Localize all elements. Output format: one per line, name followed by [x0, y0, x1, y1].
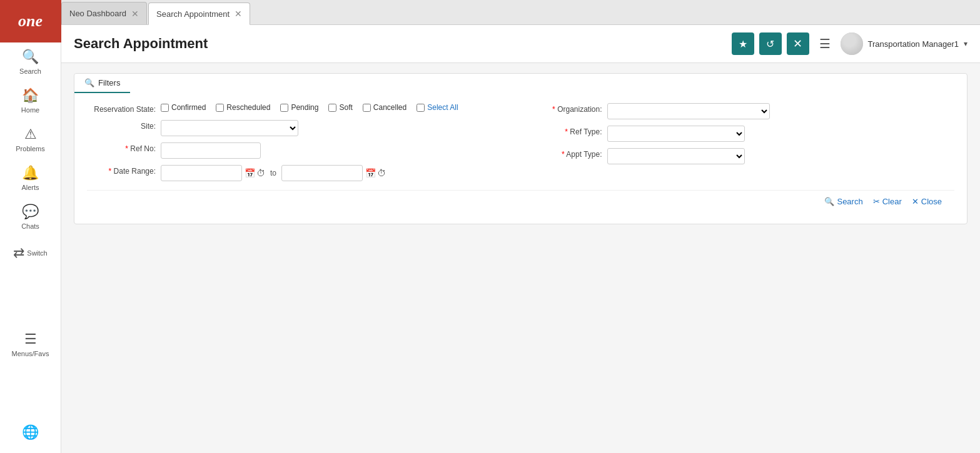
sidebar-item-globe[interactable]: 🌐 — [22, 418, 39, 447]
tab-neo-dashboard-close[interactable]: ✕ — [131, 9, 139, 18]
checkbox-soft[interactable]: Soft — [328, 103, 352, 112]
header-bar: Search Appointment ★ ↺ ✕ ☰ — [61, 25, 980, 63]
site-select[interactable] — [161, 120, 298, 136]
avatar — [841, 32, 863, 55]
sidebar-item-label-problems: Problems — [16, 145, 44, 152]
tab-search-appointment[interactable]: Search Appointment ✕ — [148, 2, 250, 25]
clock-icon-start[interactable]: ⏱ — [256, 168, 265, 178]
user-info[interactable]: Transportation Manager1 ▾ — [841, 32, 968, 55]
site-row: Site: — [87, 120, 508, 136]
clock-icon-end[interactable]: ⏱ — [377, 168, 386, 178]
hamburger-icon: ☰ — [819, 37, 831, 51]
checkbox-pending[interactable]: Pending — [280, 103, 318, 112]
checkbox-cancelled-input[interactable] — [363, 104, 371, 112]
close-icon: ✕ — [793, 37, 802, 51]
checkbox-pending-label: Pending — [291, 103, 318, 112]
reservation-state-label: Reservation State: — [87, 103, 156, 114]
checkbox-pending-input[interactable] — [280, 104, 288, 112]
search-action-button[interactable]: 🔍 Search — [824, 197, 862, 206]
organization-label: Organization: — [533, 103, 602, 114]
app-logo[interactable]: one — [0, 0, 61, 42]
reservation-state-field: Confirmed Rescheduled Pending — [161, 103, 508, 112]
checkbox-cancelled-label: Cancelled — [373, 103, 407, 112]
tab-bar: Neo Dashboard ✕ Search Appointment ✕ — [61, 0, 980, 25]
checkbox-confirmed-input[interactable] — [161, 104, 169, 112]
home-icon: 🏠 — [22, 87, 39, 104]
close-button[interactable]: ✕ — [787, 32, 809, 55]
star-button[interactable]: ★ — [732, 32, 754, 55]
filter-actions: 🔍 Search ✂ Clear ✕ Close — [87, 190, 954, 214]
ref-no-field — [161, 142, 508, 159]
user-name: Transportation Manager1 — [868, 39, 959, 49]
checkbox-rescheduled-label: Rescheduled — [226, 103, 270, 112]
close-action-icon: ✕ — [912, 197, 919, 206]
checkbox-select-all[interactable]: Select All — [417, 103, 458, 112]
ref-no-input[interactable] — [161, 142, 261, 159]
organization-field — [607, 103, 955, 119]
ref-type-select[interactable] — [607, 126, 745, 142]
date-icons-end: 📅 ⏱ — [365, 168, 386, 178]
organization-select[interactable] — [607, 103, 770, 119]
sidebar-item-search[interactable]: 🔍 Search — [0, 42, 61, 81]
sidebar-item-label-alerts: Alerts — [21, 184, 39, 191]
ref-no-label: Ref No: — [87, 142, 156, 153]
close-action-button[interactable]: ✕ Close — [912, 197, 942, 206]
sidebar-item-alerts[interactable]: 🔔 Alerts — [0, 159, 61, 197]
sidebar-item-problems[interactable]: ⚠ Problems — [0, 120, 61, 159]
checkbox-rescheduled-input[interactable] — [216, 104, 224, 112]
search-action-label: Search — [837, 197, 862, 206]
checkbox-confirmed[interactable]: Confirmed — [161, 103, 206, 112]
close-action-label: Close — [921, 197, 942, 206]
checkbox-soft-label: Soft — [339, 103, 352, 112]
appt-type-select[interactable] — [607, 148, 745, 164]
date-to-separator: to — [270, 169, 276, 177]
sidebar-item-label-menus: Menus/Favs — [12, 350, 49, 357]
checkbox-soft-input[interactable] — [328, 104, 336, 112]
header-actions: ★ ↺ ✕ ☰ Transportation Manager1 ▾ — [732, 32, 968, 55]
chats-icon: 💬 — [22, 204, 39, 220]
select-all-link[interactable]: Select All — [427, 103, 458, 112]
organization-row: Organization: — [533, 103, 955, 119]
checkbox-rescheduled[interactable]: Rescheduled — [216, 103, 270, 112]
clear-action-button[interactable]: ✂ Clear — [873, 197, 902, 206]
sidebar-item-label-home: Home — [21, 106, 39, 114]
appt-type-label: Appt Type: — [533, 148, 602, 159]
filters-body: Reservation State: Confirmed — [74, 93, 967, 224]
calendar-icon-start[interactable]: 📅 — [245, 168, 255, 178]
filters-tab[interactable]: 🔍 Filters — [74, 74, 130, 93]
filters-panel: 🔍 Filters Reservation State: — [74, 73, 967, 224]
sidebar-item-label-search: Search — [19, 67, 41, 75]
logo-text: one — [18, 12, 43, 31]
content-area: Search Appointment ★ ↺ ✕ ☰ — [61, 25, 980, 453]
refresh-button[interactable]: ↺ — [759, 32, 782, 55]
appt-type-field — [607, 148, 955, 164]
sidebar-item-chats[interactable]: 💬 Chats — [0, 197, 61, 236]
chevron-down-icon: ▾ — [964, 39, 967, 48]
sidebar-item-switch[interactable]: ⇄ Switch — [0, 236, 61, 270]
date-range-start[interactable] — [161, 165, 242, 181]
sidebar-item-home[interactable]: 🏠 Home — [0, 81, 61, 120]
date-range-label: Date Range: — [87, 165, 156, 176]
tab-search-appointment-close[interactable]: ✕ — [235, 9, 242, 18]
date-range-end[interactable] — [281, 165, 363, 181]
appt-type-row: Appt Type: — [533, 148, 955, 164]
clear-action-icon: ✂ — [873, 197, 880, 206]
calendar-icon-end[interactable]: 📅 — [365, 168, 376, 178]
menu-button[interactable]: ☰ — [814, 34, 836, 54]
sidebar-item-menus-favs[interactable]: ☰ Menus/Favs — [0, 325, 61, 364]
ref-type-row: Ref Type: — [533, 126, 955, 142]
search-action-icon: 🔍 — [824, 197, 834, 206]
sidebar-bottom: 🌐 — [22, 418, 39, 453]
ref-no-row: Ref No: — [87, 142, 508, 159]
filters-tab-label: Filters — [98, 78, 120, 87]
checkbox-group: Confirmed Rescheduled Pending — [161, 103, 508, 112]
sidebar-item-label-switch: Switch — [27, 249, 47, 257]
checkbox-select-all-input[interactable] — [417, 104, 425, 112]
star-icon: ★ — [739, 38, 747, 50]
filter-icon: 🔍 — [84, 78, 94, 87]
avatar-image — [841, 32, 863, 55]
tab-search-appointment-label: Search Appointment — [156, 9, 230, 19]
ref-type-field — [607, 126, 955, 142]
checkbox-cancelled[interactable]: Cancelled — [363, 103, 407, 112]
tab-neo-dashboard[interactable]: Neo Dashboard ✕ — [61, 2, 147, 24]
